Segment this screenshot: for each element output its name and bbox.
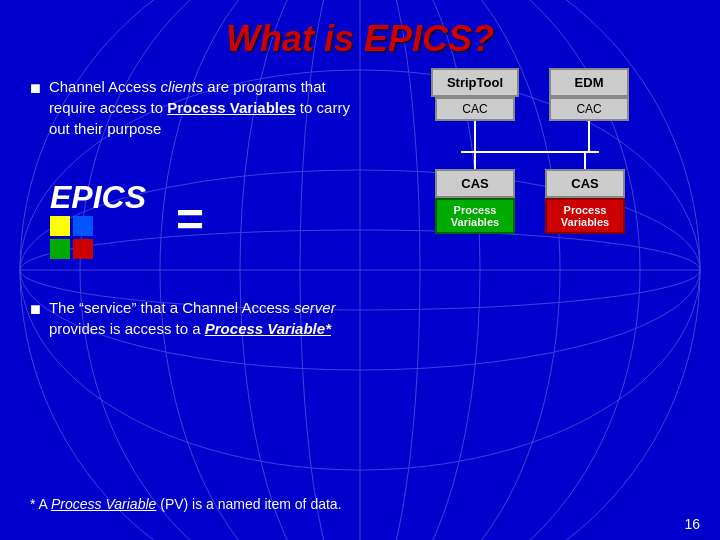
- epics-color-blocks: [50, 216, 146, 259]
- block-yellow: [50, 216, 70, 236]
- slide-title: What is EPICS?: [0, 0, 720, 68]
- bullet-item-1: ■ Channel Access clients are programs th…: [30, 76, 350, 139]
- bullet-item-2: ■ The “service” that a Channel Access se…: [30, 297, 350, 339]
- diagram-top-section: StripTool CAC EDM CAC: [431, 68, 629, 151]
- cas-group-2: CAS Process Variables: [545, 153, 625, 234]
- v-line-cas1-top: [474, 153, 476, 169]
- block-red: [73, 239, 93, 259]
- diagram-bottom-section: CAS Process Variables CAS Process Variab…: [435, 153, 625, 234]
- slide-container: What is EPICS? ■ Channel Access clients …: [0, 0, 720, 540]
- page-number: 16: [684, 516, 700, 532]
- pv2-line1: Process: [553, 204, 617, 216]
- right-column: StripTool CAC EDM CAC: [370, 68, 690, 339]
- block-blue: [73, 216, 93, 236]
- left-column: ■ Channel Access clients are programs th…: [30, 68, 350, 339]
- cas-box-1: CAS: [435, 169, 515, 198]
- pv-box-1: Process Variables: [435, 198, 515, 234]
- pv-line2: Variables: [443, 216, 507, 228]
- bullet-dot-2: ■: [30, 299, 41, 320]
- striptool-group: StripTool CAC: [431, 68, 519, 151]
- pv-line1: Process: [443, 204, 507, 216]
- edm-box: EDM: [549, 68, 629, 97]
- block-green: [50, 239, 70, 259]
- content-area: ■ Channel Access clients are programs th…: [0, 68, 720, 339]
- equals-sign: =: [176, 192, 204, 247]
- footer-note: * A Process Variable (PV) is a named ite…: [30, 496, 660, 512]
- bullet-text-1: Channel Access clients are programs that…: [49, 76, 350, 139]
- pv-box-2: Process Variables: [545, 198, 625, 234]
- cas-box-2: CAS: [545, 169, 625, 198]
- epics-label: EPICS: [50, 179, 146, 216]
- bullet-text-2: The “service” that a Channel Access serv…: [49, 297, 350, 339]
- cac-box-1: CAC: [435, 97, 515, 121]
- v-line-striptool: [474, 121, 476, 151]
- pv2-line2: Variables: [553, 216, 617, 228]
- striptool-box: StripTool: [431, 68, 519, 97]
- edm-group: EDM CAC: [549, 68, 629, 151]
- bullet-dot-1: ■: [30, 78, 41, 99]
- epics-label-block: EPICS: [50, 179, 146, 259]
- epics-logo-area: EPICS =: [30, 179, 350, 259]
- v-line-edm: [588, 121, 590, 151]
- cac-box-2: CAC: [549, 97, 629, 121]
- v-line-cas2-top: [584, 153, 586, 169]
- cas-group-1: CAS Process Variables: [435, 153, 515, 234]
